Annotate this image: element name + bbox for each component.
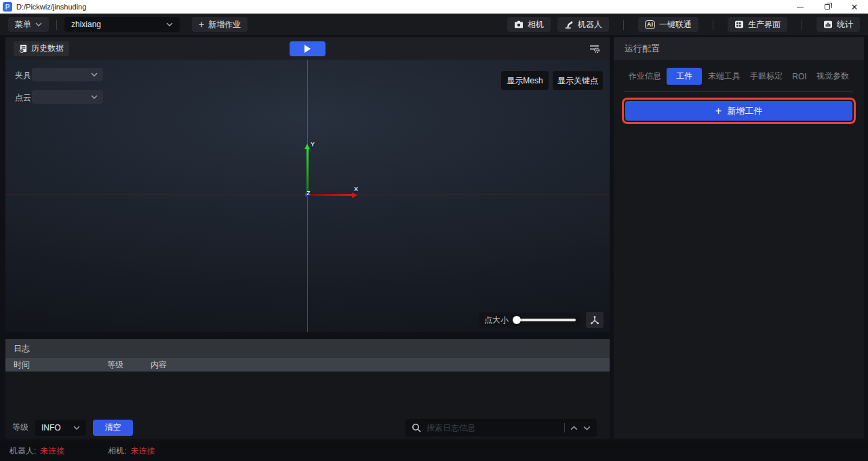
chevron-down-icon	[91, 73, 98, 77]
show-mesh-button[interactable]: 显示Mesh	[501, 71, 549, 90]
log-panel-title: 日志	[5, 339, 610, 358]
production-ui-label: 生产界面	[748, 19, 781, 31]
history-data-label: 历史数据	[31, 43, 64, 54]
title-bar: P D:/Pickwiz/jinshuding ✕	[0, 0, 868, 14]
search-divider	[564, 423, 565, 433]
viewport-header: 历史数据	[5, 37, 610, 60]
fixture-dropdown[interactable]	[32, 68, 103, 81]
add-workpiece-label: 新增工件	[727, 105, 762, 117]
log-table-header: 时间 等级 内容	[5, 358, 610, 372]
slider-handle[interactable]	[513, 316, 521, 324]
toolbar-divider	[56, 20, 57, 30]
statistics-button[interactable]: 统计	[816, 17, 860, 32]
log-col-time: 时间	[14, 359, 30, 371]
add-job-label: 新增作业	[208, 19, 241, 31]
close-button[interactable]: ✕	[841, 0, 868, 14]
one-key-connect-label: 一键联通	[659, 19, 692, 31]
robot-label: 机器人	[578, 19, 602, 31]
toolbar-divider	[713, 20, 713, 30]
axis-z-label: Z	[307, 190, 311, 197]
play-icon	[304, 45, 311, 53]
chevron-down-icon	[35, 22, 42, 26]
pointcloud-label: 点云	[15, 92, 31, 104]
point-size-slider[interactable]	[514, 319, 576, 321]
log-col-content: 内容	[151, 359, 167, 371]
job-select-dropdown[interactable]: zhixiang	[64, 17, 180, 32]
production-ui-button[interactable]: 生产界面	[728, 17, 787, 32]
point-size-label: 点大小	[484, 315, 509, 326]
production-grid-icon	[734, 20, 744, 28]
display-settings-button[interactable]	[587, 41, 603, 56]
job-select-value: zhixiang	[71, 20, 101, 29]
chevron-down-icon	[91, 95, 98, 99]
menu-button[interactable]: 菜单	[8, 17, 49, 32]
show-keypoints-button[interactable]: 显示关键点	[553, 71, 603, 90]
toolbar-divider	[802, 20, 802, 30]
axis-y-label: Y	[311, 141, 315, 148]
y-axis	[307, 148, 309, 195]
search-icon	[412, 423, 421, 433]
x-axis-arrow	[352, 193, 357, 198]
y-axis-arrow	[304, 144, 310, 149]
axes-view-icon	[589, 315, 600, 325]
3d-viewport[interactable]: Y X Z 夹具 点云 显示Mesh 显示关键点 点大小	[5, 60, 610, 332]
plus-icon: +	[199, 19, 204, 30]
top-toolbar: 菜单 zhixiang + 新增作业 相机 机器人 AI 一键联通 生产界面	[0, 14, 868, 35]
minimize-button[interactable]	[787, 0, 814, 14]
log-table-body	[5, 372, 610, 416]
tab-workpiece[interactable]: 工件	[667, 68, 702, 85]
tab-vision-params[interactable]: 视觉参数	[812, 68, 853, 85]
camera-status-label: 相机:	[108, 445, 126, 457]
search-next-icon[interactable]	[583, 426, 591, 430]
log-footer: 等级 INFO 清空	[5, 416, 610, 439]
close-icon: ✕	[851, 3, 859, 12]
tab-roi[interactable]: ROI	[788, 69, 810, 84]
robot-status-value: 未连接	[40, 445, 64, 457]
pointcloud-dropdown[interactable]	[32, 90, 103, 104]
camera-button[interactable]: 相机	[507, 17, 551, 32]
robot-icon	[564, 20, 574, 29]
camera-status-value: 未连接	[131, 445, 155, 457]
log-search-input[interactable]	[427, 423, 559, 433]
restore-button[interactable]	[814, 0, 841, 14]
x-axis	[309, 194, 352, 196]
axis-x-label: X	[354, 186, 358, 193]
log-level-label: 等级	[12, 422, 28, 433]
run-job-button[interactable]	[290, 41, 326, 56]
tab-job-info[interactable]: 作业信息	[625, 68, 665, 85]
plus-icon: +	[715, 105, 722, 117]
window-title: D:/Pickwiz/jinshuding	[16, 3, 86, 11]
app-logo-icon: P	[3, 2, 12, 12]
filter-settings-icon	[589, 43, 601, 54]
search-prev-icon[interactable]	[570, 426, 578, 430]
add-workpiece-button[interactable]: + 新增工件	[625, 101, 852, 121]
tab-hand-eye-calib[interactable]: 手眼标定	[746, 68, 787, 85]
minimize-icon	[797, 7, 804, 7]
tab-end-tool[interactable]: 末端工具	[704, 68, 745, 85]
camera-icon	[514, 20, 524, 28]
history-data-button[interactable]: 历史数据	[14, 41, 69, 56]
clear-log-button[interactable]: 清空	[93, 420, 133, 436]
log-level-dropdown[interactable]: INFO	[35, 420, 86, 436]
status-bar: 机器人: 未连接 相机: 未连接	[0, 441, 868, 461]
axes-view-button[interactable]	[586, 312, 604, 328]
ai-icon: AI	[645, 20, 655, 29]
run-config-panel: 运行配置 作业信息 工件 末端工具 手眼标定 ROI 视觉参数 + 新增工件	[614, 37, 864, 439]
history-icon	[19, 44, 28, 53]
robot-status-label: 机器人:	[9, 445, 36, 457]
restore-icon	[825, 4, 830, 9]
add-job-button[interactable]: + 新增作业	[192, 17, 248, 32]
toolbar-divider	[623, 20, 624, 30]
window-controls: ✕	[787, 0, 868, 14]
tabs-divider	[625, 92, 853, 92]
one-key-connect-button[interactable]: AI 一键联通	[638, 17, 698, 32]
point-size-control: 点大小	[479, 313, 581, 327]
statistics-label: 统计	[837, 19, 853, 31]
menu-label: 菜单	[15, 19, 31, 31]
stats-icon	[823, 20, 833, 28]
log-panel: 日志 时间 等级 内容 等级 INFO 清空	[5, 339, 610, 439]
highlight-outline: + 新增工件	[622, 98, 856, 124]
chevron-down-icon	[73, 426, 80, 430]
fixture-label: 夹具	[15, 70, 31, 81]
robot-button[interactable]: 机器人	[557, 17, 609, 32]
